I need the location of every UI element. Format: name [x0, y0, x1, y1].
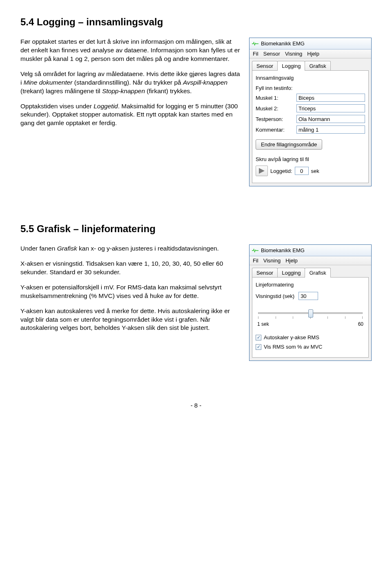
menu-item[interactable]: Hjelp: [285, 258, 298, 264]
heartbeat-icon: [252, 41, 258, 46]
page-number: - 8 -: [20, 402, 372, 409]
menu-item[interactable]: Visning: [263, 258, 281, 264]
panel-logging: Innsamlingsvalg Fyll inn testinfo: Muske…: [252, 70, 369, 183]
tab-sensor[interactable]: Sensor: [252, 268, 278, 278]
input-muskel2[interactable]: Triceps: [296, 104, 365, 112]
svg-marker-0: [259, 168, 265, 174]
paragraph: Y-aksen kan autoskaleres ved å merke for…: [20, 307, 241, 333]
loggetid-label: Loggetid:: [270, 168, 292, 174]
text: (standardinnstilling). Når du trykker på: [73, 79, 183, 86]
paragraph: Før opptaket startes er det lurt å skriv…: [20, 38, 241, 63]
heading-5-4: 5.4 Logging – innsamlingsvalg: [20, 16, 372, 28]
panel-title: Linjeformatering: [256, 282, 365, 288]
body-text-5-4: Før opptaket startes er det lurt å skriv…: [20, 38, 241, 186]
text: (firkant) trykkes.: [145, 87, 192, 94]
tab-grafisk[interactable]: Grafisk: [305, 61, 330, 71]
menu-item[interactable]: Fil: [253, 258, 258, 264]
paragraph: Y-aksen er potensialforskjell i mV. For …: [20, 283, 241, 300]
tab-sensor[interactable]: Sensor: [252, 61, 278, 71]
panel-title: Innsamlingsvalg: [256, 75, 365, 81]
checkbox-autoskaler[interactable]: ✓: [256, 335, 261, 340]
tab-logging[interactable]: Logging: [277, 61, 305, 71]
app-window-logging: Biomekanikk EMG Fil Sensor Visning Hjelp…: [249, 38, 372, 186]
paragraph: Opptakstiden vises under Loggetid. Maksi…: [20, 102, 241, 128]
text-italic: Grafisk: [57, 245, 77, 252]
play-icon: [259, 168, 265, 174]
heartbeat-icon: [252, 248, 258, 253]
panel-grafisk: Linjeformatering Visningstid (sek) 30 1 …: [252, 277, 369, 358]
menu-item[interactable]: Hjelp: [307, 51, 319, 57]
menu-item[interactable]: Sensor: [263, 51, 280, 57]
text-italic: Stopp-knappen: [102, 87, 145, 94]
input-testperson[interactable]: Ola Normann: [296, 115, 365, 123]
checkbox-vis-rms[interactable]: ✓: [256, 344, 261, 350]
visningstid-label: Visningstid (sek): [256, 293, 294, 299]
body-text-5-5: Under fanen Grafisk kan x- og y-aksen ju…: [20, 244, 241, 361]
play-button[interactable]: [256, 166, 268, 176]
label-testperson: Testperson:: [256, 116, 296, 122]
app-window-grafisk: Biomekanikk EMG Fil Visning Hjelp Sensor…: [249, 244, 372, 361]
text: kan x- og y-aksen justeres i realtidsdat…: [77, 245, 219, 252]
app-title: Biomekanikk EMG: [261, 40, 305, 47]
text: Under fanen: [20, 245, 57, 252]
titlebar: Biomekanikk EMG: [249, 38, 371, 49]
paragraph: Under fanen Grafisk kan x- og y-aksen ju…: [20, 244, 241, 253]
loggetid-value: 0: [295, 167, 309, 175]
menubar: Fil Visning Hjelp: [249, 256, 371, 265]
label-kommentar: Kommentar:: [256, 127, 296, 133]
titlebar: Biomekanikk EMG: [249, 245, 371, 256]
slider-thumb[interactable]: [308, 309, 313, 318]
tab-strip: Sensor Logging Grafisk: [249, 58, 371, 71]
slider-min-label: 1 sek: [257, 321, 269, 327]
text: (trekant) lagres målingene til: [20, 87, 102, 94]
menu-item[interactable]: Visning: [285, 51, 302, 57]
change-storage-button[interactable]: Endre fillagringsområde: [256, 139, 322, 150]
slider-max-label: 60: [358, 321, 363, 327]
label-muskel1: Muskel 1:: [256, 95, 296, 101]
slider-track[interactable]: [258, 312, 363, 314]
menubar: Fil Sensor Visning Hjelp: [249, 49, 371, 58]
checkbox-autoskaler-label: Autoskaler y-akse RMS: [264, 334, 319, 340]
paragraph: X-aksen er visningstid. Tidsaksen kan væ…: [20, 260, 241, 277]
paragraph: Velg så området for lagring av måledatae…: [20, 70, 241, 96]
toggle-storage-label: Skru av/på lagring til fil: [256, 156, 365, 162]
tab-logging[interactable]: Logging: [277, 268, 305, 278]
tab-grafisk[interactable]: Grafisk: [305, 268, 330, 278]
menu-item[interactable]: Fil: [253, 51, 258, 57]
label-muskel2: Muskel 2:: [256, 105, 296, 112]
visningstid-value[interactable]: 30: [298, 292, 318, 300]
input-kommentar[interactable]: måling 1: [296, 125, 365, 134]
input-muskel1[interactable]: Biceps: [296, 94, 365, 102]
text-italic: Loggetid: [94, 103, 118, 110]
text-italic: Mine dokumenter: [24, 79, 73, 86]
text-italic: Avspill-knappen: [183, 79, 227, 86]
app-title: Biomekanikk EMG: [261, 247, 305, 253]
checkbox-vis-rms-label: Vis RMS som % av MVC: [264, 344, 323, 350]
testinfo-label: Fyll inn testinfo:: [256, 85, 365, 91]
loggetid-unit: sek: [311, 168, 319, 174]
text: Opptakstiden vises under: [20, 103, 94, 110]
tab-strip: Sensor Logging Grafisk: [249, 265, 371, 278]
heading-5-5: 5.5 Grafisk – linjeformatering: [20, 223, 372, 235]
